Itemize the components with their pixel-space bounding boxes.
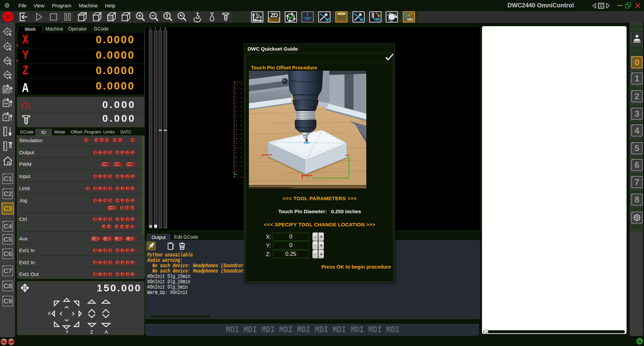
svg-text:RESET: RESET <box>269 18 279 21</box>
svg-text:Z: Z <box>90 329 93 335</box>
svg-text:X: X <box>260 16 262 19</box>
svg-text:XY: XY <box>4 102 8 105</box>
svg-text:G28: G28 <box>5 59 9 62</box>
svg-text:Z: Z <box>5 116 7 119</box>
svg-text:X: X <box>48 311 51 316</box>
svg-text:Y: Y <box>65 329 69 335</box>
svg-text:A: A <box>105 329 108 335</box>
svg-text:G30: G30 <box>5 73 9 76</box>
svg-text:O: O <box>6 30 8 33</box>
svg-text:Z: Z <box>257 14 260 18</box>
svg-text:XY: XY <box>6 45 9 48</box>
